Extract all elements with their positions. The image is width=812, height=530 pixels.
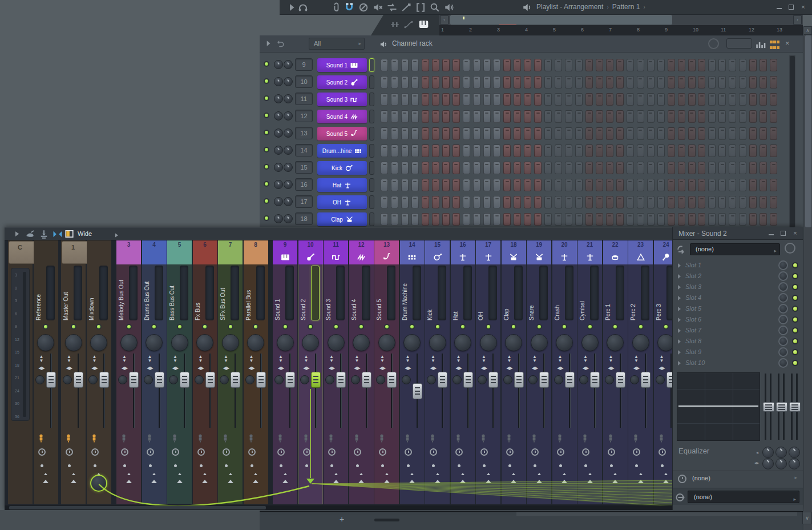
mixer-track-drums-bus-out[interactable]: 4Drums Bus Out▲▼◀▶ <box>142 240 167 504</box>
send-switch[interactable] <box>253 480 258 483</box>
step-cell[interactable] <box>544 196 552 208</box>
arm-recording-icon[interactable] <box>328 433 334 443</box>
track-fader[interactable] <box>413 383 422 399</box>
step-cell[interactable] <box>647 127 655 140</box>
track-header[interactable]: 18 <box>502 240 526 264</box>
send-switch-small[interactable] <box>284 473 287 475</box>
send-switch-small[interactable] <box>385 473 389 475</box>
channel-pan-knob[interactable] <box>274 60 283 69</box>
send-switch-small[interactable] <box>127 473 131 475</box>
send-target-arrow[interactable] <box>306 479 314 484</box>
track-aux-knob[interactable] <box>656 375 665 384</box>
arm-recording-icon[interactable] <box>353 433 360 443</box>
slot-label[interactable]: Slot 10 <box>685 359 705 366</box>
step-cell[interactable] <box>596 196 603 208</box>
mixer-track-current[interactable]: CM3036912151821243036 <box>8 240 33 504</box>
track-aux-knob[interactable] <box>351 375 360 384</box>
step-cell[interactable] <box>606 213 613 226</box>
channel-volume-knob[interactable] <box>284 163 293 172</box>
track-header[interactable]: 16 <box>451 240 475 264</box>
step-cell[interactable] <box>606 59 613 71</box>
step-cell[interactable] <box>432 162 439 174</box>
send-switch-small[interactable] <box>639 473 643 475</box>
step-cell[interactable] <box>637 179 644 191</box>
step-cell[interactable] <box>534 110 542 123</box>
step-cell[interactable] <box>616 144 624 157</box>
step-cell[interactable] <box>770 213 777 226</box>
step-cell[interactable] <box>749 59 757 71</box>
step-cell[interactable] <box>749 93 757 106</box>
arm-recording-icon[interactable] <box>581 433 588 443</box>
step-cell[interactable] <box>544 162 552 174</box>
slot-enable-led[interactable] <box>792 295 798 301</box>
step-cell[interactable] <box>453 93 460 106</box>
arm-recording-icon[interactable] <box>480 433 487 443</box>
channel-mute-led[interactable] <box>264 198 269 204</box>
play-icon[interactable] <box>286 2 297 13</box>
step-cell[interactable] <box>514 93 521 106</box>
mixer-track-bass-bus-out[interactable]: 5Bass Bus Out▲▼◀▶ <box>167 240 192 504</box>
slot-arrow-icon[interactable] <box>678 285 681 290</box>
step-cell[interactable] <box>760 196 767 208</box>
step-cell[interactable] <box>688 59 696 71</box>
step-cell[interactable] <box>422 110 429 123</box>
step-cell[interactable] <box>729 162 736 174</box>
send-switch-small[interactable] <box>436 473 439 475</box>
arm-recording-icon[interactable] <box>607 433 614 443</box>
fx-slot-9[interactable]: Slot 9 <box>673 347 803 358</box>
track-header[interactable]: 4 <box>142 240 167 264</box>
step-cell[interactable] <box>760 93 767 106</box>
step-cell[interactable] <box>422 179 429 191</box>
swing-slider[interactable] <box>726 38 752 49</box>
step-cell[interactable] <box>729 76 736 89</box>
stereo-sep-arrows[interactable]: ▲▼ <box>607 355 615 363</box>
step-cell[interactable] <box>637 196 644 208</box>
slot-mix-knob[interactable] <box>778 347 788 357</box>
graph-editor-icon[interactable] <box>756 40 766 50</box>
step-cell[interactable] <box>688 213 696 226</box>
step-cell[interactable] <box>668 127 675 140</box>
step-cell[interactable] <box>749 196 757 208</box>
step-cell[interactable] <box>647 93 655 106</box>
step-cell[interactable] <box>708 110 716 123</box>
scroll-left-button[interactable]: ‹ <box>440 15 449 25</box>
step-cell[interactable] <box>678 179 685 191</box>
step-cell[interactable] <box>453 196 460 208</box>
step-cell[interactable] <box>381 127 388 140</box>
stereo-sep-arrows[interactable]: ▲▼ <box>480 355 488 363</box>
step-cell[interactable] <box>473 144 480 157</box>
eq-band2-freq-knob[interactable] <box>775 447 787 458</box>
swap-icon[interactable] <box>387 2 397 13</box>
step-cell[interactable] <box>627 144 634 157</box>
slot-label[interactable]: Slot 2 <box>685 272 701 279</box>
step-cell[interactable] <box>637 127 644 140</box>
send-level-knob[interactable] <box>90 475 107 492</box>
step-cell[interactable] <box>391 179 398 191</box>
step-cell[interactable] <box>524 110 531 123</box>
step-cell[interactable] <box>514 213 521 226</box>
track-header[interactable]: 11 <box>324 240 348 264</box>
track-aux-knob[interactable] <box>144 375 153 384</box>
step-cell[interactable] <box>760 127 767 140</box>
step-cell[interactable] <box>453 144 460 157</box>
step-cell[interactable] <box>770 179 777 191</box>
mixer-track-oh[interactable]: 17OH▲▼◀▶ <box>476 240 500 504</box>
track-header[interactable]: 9 <box>273 240 297 264</box>
dock-icon[interactable] <box>39 229 49 239</box>
channel-pan-knob[interactable] <box>274 146 283 155</box>
slot-enable-led[interactable] <box>792 316 798 323</box>
step-cell[interactable] <box>381 76 388 89</box>
stereo-sep-arrows[interactable]: ▲▼ <box>302 355 310 363</box>
track-clock-icon[interactable] <box>147 448 154 456</box>
send-switch-small[interactable] <box>178 473 181 475</box>
step-cell[interactable] <box>483 59 491 71</box>
slot-enable-led[interactable] <box>792 306 798 312</box>
track-mute-led[interactable] <box>587 324 593 330</box>
track-aux-knob[interactable] <box>195 375 204 384</box>
mixer-track-sound-1[interactable]: 9Sound 1▲▼◀▶ <box>273 240 297 504</box>
step-cell[interactable] <box>381 144 388 157</box>
step-cell[interactable] <box>770 59 777 71</box>
step-cell[interactable] <box>493 110 500 123</box>
track-mute-led[interactable] <box>333 324 339 330</box>
step-cell[interactable] <box>381 162 388 174</box>
